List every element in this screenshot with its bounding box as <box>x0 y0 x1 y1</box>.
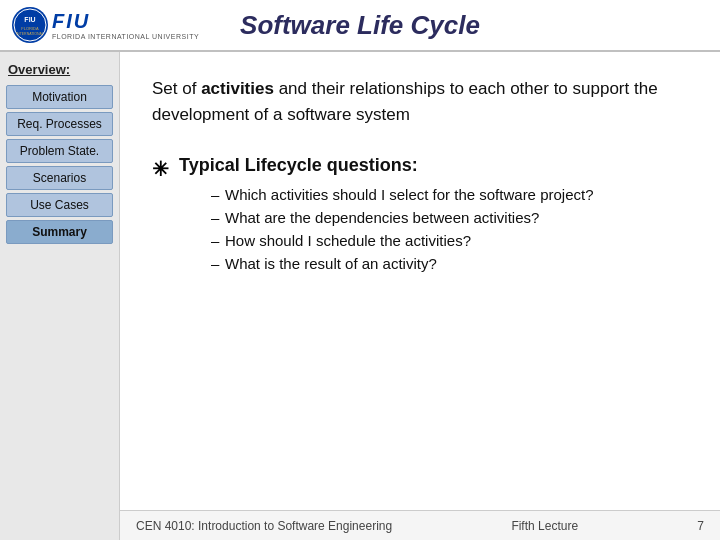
lifecycle-icon: ✳ <box>152 157 169 181</box>
university-name: FLORIDA INTERNATIONAL UNIVERSITY <box>52 33 199 40</box>
content-area: Set of activities and their relationship… <box>120 52 720 540</box>
footer-page: 7 <box>697 519 704 533</box>
fiu-seal: FIU FLORIDA INTERNATIONAL <box>12 7 48 43</box>
list-item: What is the result of an activity? <box>211 255 594 272</box>
sidebar-item-summary[interactable]: Summary <box>6 220 113 244</box>
definition-bold: activities <box>201 79 274 98</box>
lifecycle-list: Which activities should I select for the… <box>211 186 594 272</box>
sidebar: Overview: Motivation Req. Processes Prob… <box>0 52 120 540</box>
sidebar-item-req-processes[interactable]: Req. Processes <box>6 112 113 136</box>
sidebar-item-scenarios[interactable]: Scenarios <box>6 166 113 190</box>
main-layout: Overview: Motivation Req. Processes Prob… <box>0 52 720 540</box>
lifecycle-block: ✳ Typical Lifecycle questions: Which act… <box>152 155 688 278</box>
footer: CEN 4010: Introduction to Software Engin… <box>120 510 720 540</box>
logo: FIU FLORIDA INTERNATIONAL FIU FLORIDA IN… <box>12 7 199 43</box>
header: FIU FLORIDA INTERNATIONAL FIU FLORIDA IN… <box>0 0 720 52</box>
svg-text:FIU: FIU <box>24 16 35 23</box>
sidebar-item-motivation[interactable]: Motivation <box>6 85 113 109</box>
list-item: How should I schedule the activities? <box>211 232 594 249</box>
sidebar-item-problem-state[interactable]: Problem State. <box>6 139 113 163</box>
definition-block: Set of activities and their relationship… <box>152 76 688 127</box>
sidebar-item-use-cases[interactable]: Use Cases <box>6 193 113 217</box>
fiu-text: FIU <box>52 10 90 33</box>
sidebar-overview-label: Overview: <box>6 62 113 77</box>
lifecycle-title: Typical Lifecycle questions: <box>179 155 594 176</box>
definition-prefix: Set of <box>152 79 201 98</box>
footer-lecture: Fifth Lecture <box>511 519 578 533</box>
footer-course: CEN 4010: Introduction to Software Engin… <box>136 519 392 533</box>
page-title: Software Life Cycle <box>240 10 480 41</box>
svg-text:INTERNATIONAL: INTERNATIONAL <box>16 32 44 36</box>
svg-point-0 <box>14 9 46 41</box>
svg-text:FLORIDA: FLORIDA <box>21 26 39 31</box>
list-item: What are the dependencies between activi… <box>211 209 594 226</box>
list-item: Which activities should I select for the… <box>211 186 594 203</box>
